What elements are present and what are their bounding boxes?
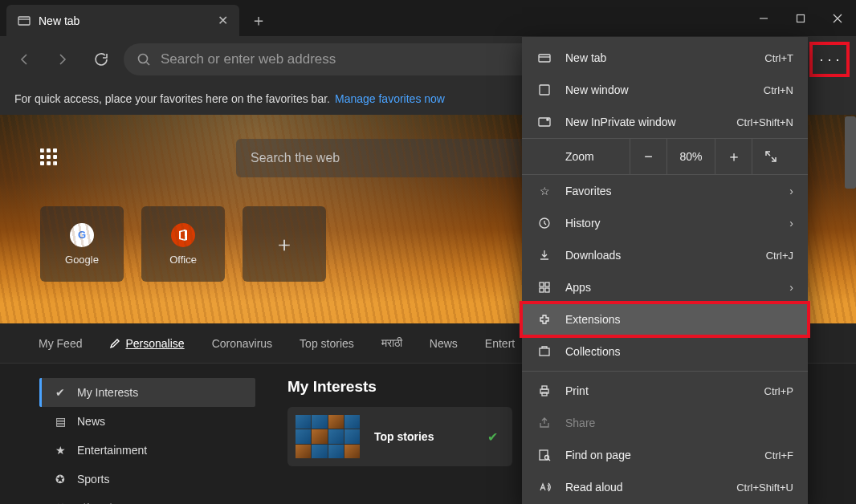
apps-icon: [536, 281, 552, 294]
zoom-out-button[interactable]: −: [630, 138, 666, 175]
browser-tab[interactable]: New tab ✕: [6, 5, 239, 36]
maximize-button[interactable]: [782, 0, 819, 36]
vertical-scrollbar[interactable]: [845, 116, 856, 189]
sidebar-item-sports[interactable]: ✪Sports: [42, 465, 255, 494]
menu-apps[interactable]: Apps ›: [522, 271, 808, 303]
tile-label: Google: [65, 254, 99, 266]
menu-extensions[interactable]: Extensions: [522, 303, 808, 335]
svg-rect-0: [18, 17, 30, 25]
sidebar-item-news[interactable]: ▤News: [42, 407, 255, 436]
topic-card-top-stories[interactable]: Top stories ✔: [287, 407, 512, 466]
favorites-hint: For quick access, place your favorites h…: [14, 92, 330, 105]
extension-icon: [536, 313, 552, 326]
download-icon: [536, 249, 552, 262]
sidebar-item-lifestyle[interactable]: ♡Lifestyle: [42, 494, 255, 504]
feed-tab-entertainment[interactable]: Entert: [485, 337, 515, 350]
web-search-box[interactable]: Search the web: [236, 139, 533, 177]
print-icon: [536, 384, 552, 397]
menu-separator: [522, 371, 808, 372]
sidebar-item-entertainment[interactable]: ★Entertainment: [42, 436, 255, 465]
pencil-icon: [109, 338, 120, 349]
feed-tab-myfeed[interactable]: My Feed: [39, 337, 82, 350]
news-icon: ▤: [53, 415, 67, 428]
svg-rect-17: [545, 288, 549, 292]
tab-page-icon: [18, 14, 31, 27]
history-icon: [536, 217, 552, 230]
google-icon: G: [70, 223, 94, 247]
minimize-button[interactable]: [745, 0, 782, 36]
window-icon: [536, 83, 552, 96]
menu-history[interactable]: History ›: [522, 207, 808, 239]
svg-rect-14: [540, 282, 544, 287]
star-icon: ☆: [536, 185, 552, 197]
titlebar: New tab ✕ ＋: [0, 0, 856, 36]
forward-button[interactable]: [47, 43, 79, 75]
feed-tab-marathi[interactable]: मराठी: [381, 336, 402, 350]
search-icon: [137, 52, 151, 67]
menu-downloads[interactable]: Downloads Ctrl+J: [522, 239, 808, 271]
menu-zoom-row: Zoom − 80% ＋: [522, 138, 808, 175]
settings-and-more-button[interactable]: · · ·: [811, 43, 848, 75]
inprivate-icon: [536, 116, 552, 128]
tile-office[interactable]: Office: [141, 206, 225, 282]
svg-rect-18: [540, 348, 549, 356]
window-controls: [745, 0, 856, 36]
share-icon: [536, 417, 552, 429]
menu-share[interactable]: Share: [522, 407, 808, 439]
menu-new-inprivate[interactable]: New InPrivate window Ctrl+Shift+N: [522, 106, 808, 138]
new-tab-button[interactable]: ＋: [243, 5, 275, 36]
chevron-right-icon: ›: [789, 281, 793, 294]
ball-icon: ✪: [53, 473, 67, 486]
find-icon: [536, 449, 552, 461]
menu-print[interactable]: Print Ctrl+P: [522, 375, 808, 407]
settings-menu: New tab Ctrl+T New window Ctrl+N New InP…: [522, 37, 808, 504]
refresh-button[interactable]: [85, 43, 117, 75]
svg-line-24: [548, 459, 550, 461]
app-launcher-icon[interactable]: [40, 148, 59, 168]
collections-icon: [536, 345, 552, 358]
feed-tab-news[interactable]: News: [430, 337, 458, 350]
office-icon: [171, 223, 195, 247]
svg-rect-3: [797, 14, 805, 22]
menu-read-aloud[interactable]: Read aloud Ctrl+Shift+U: [522, 471, 808, 503]
card-title: Top stories: [374, 430, 434, 443]
svg-rect-10: [540, 85, 549, 95]
star-icon: ★: [53, 444, 67, 457]
feed-tab-personalise[interactable]: Personalise: [109, 337, 184, 350]
manage-favorites-link[interactable]: Manage favorites now: [335, 92, 445, 105]
web-search-placeholder: Search the web: [251, 151, 340, 165]
back-button[interactable]: [8, 43, 40, 75]
menu-collections[interactable]: Collections: [522, 335, 808, 368]
fullscreen-button[interactable]: [752, 138, 789, 175]
chevron-right-icon: ›: [789, 217, 793, 230]
svg-rect-16: [540, 288, 544, 292]
svg-rect-8: [539, 55, 550, 62]
menu-find[interactable]: Find on page Ctrl+F: [522, 439, 808, 471]
check-icon: ✔: [487, 429, 498, 445]
zoom-value: 80%: [666, 138, 715, 175]
tile-google[interactable]: G Google: [40, 206, 124, 282]
svg-point-6: [139, 55, 148, 63]
sidebar-item-my-interests[interactable]: ✔My Interests: [39, 378, 255, 407]
interests-sidebar: ✔My Interests ▤News ★Entertainment ✪Spor…: [39, 378, 255, 504]
section-heading: My Interests: [287, 378, 512, 396]
menu-new-window[interactable]: New window Ctrl+N: [522, 74, 808, 106]
chevron-right-icon: ›: [789, 185, 793, 197]
feed-tab-topstories[interactable]: Top stories: [300, 337, 354, 350]
interests-main: My Interests Top stories ✔: [287, 378, 512, 504]
tab-close-button[interactable]: ✕: [218, 13, 228, 28]
zoom-in-button[interactable]: ＋: [715, 138, 752, 175]
menu-favorites[interactable]: ☆ Favorites ›: [522, 175, 808, 207]
feed-tab-coronavirus[interactable]: Coronavirus: [212, 337, 272, 350]
close-window-button[interactable]: [819, 0, 856, 36]
tab-icon: [536, 51, 552, 64]
tab-title: New tab: [39, 14, 79, 27]
thumbnail-grid: [296, 415, 360, 458]
svg-rect-20: [542, 386, 547, 389]
svg-point-23: [545, 456, 549, 460]
address-placeholder: Search or enter web address: [161, 51, 336, 67]
svg-line-7: [147, 63, 150, 66]
check-circle-icon: ✔: [53, 386, 67, 399]
tile-add[interactable]: ＋: [243, 206, 326, 282]
menu-new-tab[interactable]: New tab Ctrl+T: [522, 42, 808, 74]
